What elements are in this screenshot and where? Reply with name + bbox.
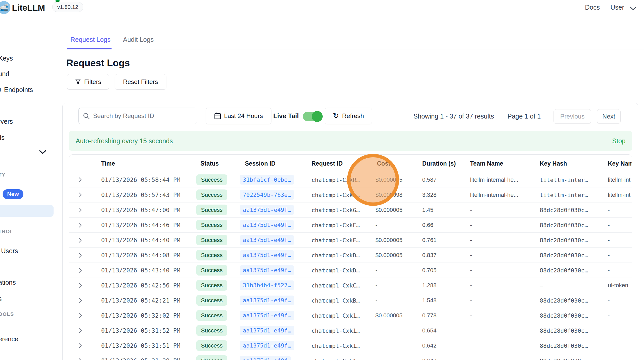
- table-row[interactable]: 01/13/2026 05:58:44 PMSuccess31bfa1cf-0e…: [69, 172, 632, 187]
- tab-audit-logs[interactable]: Audit Logs: [123, 36, 154, 49]
- chevron-down-icon[interactable]: [630, 6, 636, 10]
- search-input[interactable]: [93, 112, 193, 120]
- live-tail-toggle[interactable]: [303, 112, 322, 121]
- sidebar-item-guardrails[interactable]: ils: [0, 134, 5, 141]
- cell-session-id[interactable]: aa1375d1-e49f…: [240, 267, 294, 274]
- cell-session-id[interactable]: 31b3b4b4-f527…: [240, 282, 294, 289]
- cell-status: Success: [196, 282, 227, 289]
- expand-row-chevron-icon[interactable]: [79, 222, 82, 228]
- expand-row-chevron-icon[interactable]: [79, 298, 82, 303]
- top-bar: 🚅 LiteLLM 🌲 v1.80.12 Docs User: [0, 0, 644, 15]
- expand-row-chevron-icon[interactable]: [79, 177, 82, 183]
- table-row[interactable]: 01/13/2026 05:44:40 PMSuccessaa1375d1-e4…: [69, 233, 632, 248]
- refresh-button[interactable]: ↻ Refresh: [325, 108, 372, 124]
- cell-session-id[interactable]: aa1375d1-e49f: [240, 357, 291, 360]
- expand-row-chevron-icon[interactable]: [79, 343, 82, 349]
- col-header-team-name: Team Name: [470, 160, 503, 167]
- tab-bar: Request Logs Audit Logs: [66, 36, 644, 49]
- sidebar-item-logs-active[interactable]: [0, 205, 54, 217]
- sidebar-item-keys[interactable]: Keys: [0, 55, 13, 62]
- expand-row-chevron-icon[interactable]: [79, 313, 82, 318]
- page-title: Request Logs: [66, 58, 130, 69]
- cell-time: 01/13/2026 05:32:02 PM: [101, 312, 180, 319]
- sidebar-item-api-reference[interactable]: erence: [0, 335, 18, 343]
- cell-session-id[interactable]: aa1375d1-e49f…: [240, 222, 294, 228]
- cell-status: Success: [196, 357, 227, 360]
- table-row[interactable]: 01/13/2026 05:31:38 PMSuccessaa1375d1-e4…: [69, 353, 632, 360]
- cell-time: 01/13/2026 05:44:40 PM: [101, 237, 180, 244]
- expand-row-chevron-icon[interactable]: [79, 192, 82, 198]
- cell-session-id[interactable]: aa1375d1-e49f…: [240, 327, 294, 334]
- tab-request-logs[interactable]: Request Logs: [67, 36, 112, 49]
- cell-cost: $0.000005: [375, 312, 402, 319]
- sidebar-item-playground[interactable]: und: [0, 70, 9, 78]
- cell-key-hash: 88dc28d0f030c…: [540, 207, 588, 213]
- cell-session-id[interactable]: 31bfa1cf-0ebe…: [240, 176, 294, 183]
- nav-docs-link[interactable]: Docs: [585, 4, 600, 11]
- cell-duration: 0.587: [422, 176, 437, 183]
- cell-key-hash: 88dc28d0f030c…: [540, 312, 588, 319]
- cell-session-id[interactable]: aa1375d1-e49f…: [240, 207, 294, 213]
- expand-row-chevron-icon[interactable]: [79, 237, 82, 243]
- calendar-icon: [214, 112, 221, 120]
- table-row[interactable]: 01/13/2026 05:31:51 PMSuccessaa1375d1-e4…: [69, 338, 632, 353]
- cell-key-name: -: [608, 222, 610, 228]
- next-page-label: Next: [602, 113, 615, 120]
- cell-session-id[interactable]: aa1375d1-e49f…: [240, 237, 294, 244]
- cell-key-hash: litellm-inter…: [540, 176, 588, 183]
- sidebar-item-servers[interactable]: rvers: [0, 118, 13, 125]
- cell-key-hash: –: [540, 282, 543, 289]
- table-row[interactable]: 01/13/2026 05:47:00 PMSuccessaa1375d1-e4…: [69, 202, 632, 218]
- cell-team-name: -: [470, 252, 472, 259]
- cell-cost: $0.000005: [375, 252, 402, 259]
- sidebar-item-models-endpoints[interactable]: + Endpoints: [0, 86, 33, 94]
- table-row[interactable]: 01/13/2026 05:43:40 PMSuccessaa1375d1-e4…: [69, 263, 632, 278]
- expand-row-chevron-icon[interactable]: [79, 207, 82, 213]
- sidebar-item-users[interactable]: Users: [1, 247, 18, 255]
- filters-button[interactable]: Filters: [67, 74, 109, 90]
- sidebar-section-access-control: TROL: [0, 229, 14, 234]
- live-tail-label: Live Tail: [273, 112, 299, 120]
- table-row[interactable]: 01/13/2026 05:57:43 PMSuccess7022549b-76…: [69, 187, 632, 202]
- nav-user-menu[interactable]: User: [610, 4, 624, 11]
- sidebar-item-teams[interactable]: s: [0, 295, 2, 303]
- next-page-button[interactable]: Next: [597, 109, 621, 124]
- logs-panel: Last 24 Hours Live Tail ↻ Refresh Showin…: [62, 103, 638, 360]
- cell-time: 01/13/2026 05:57:43 PM: [101, 192, 180, 198]
- table-row[interactable]: 01/13/2026 05:44:46 PMSuccessaa1375d1-e4…: [69, 218, 632, 233]
- table-row[interactable]: 01/13/2026 05:42:56 PMSuccess31b3b4b4-f5…: [69, 278, 632, 293]
- sidebar-item-organizations[interactable]: ations: [0, 279, 16, 286]
- cell-session-id[interactable]: aa1375d1-e49f…: [240, 297, 294, 304]
- refresh-icon: ↻: [333, 112, 339, 120]
- cell-key-name: -: [608, 342, 610, 349]
- table-row[interactable]: 01/13/2026 05:31:52 PMSuccessaa1375d1-e4…: [69, 323, 632, 338]
- cell-time: 01/13/2026 05:44:46 PM: [101, 222, 180, 228]
- search-box[interactable]: [78, 108, 197, 124]
- cell-session-id[interactable]: aa1375d1-e49f…: [240, 252, 294, 259]
- cell-session-id[interactable]: aa1375d1-e49f…: [240, 312, 294, 319]
- table-row[interactable]: 01/13/2026 05:32:02 PMSuccessaa1375d1-e4…: [69, 308, 632, 323]
- table-row[interactable]: 01/13/2026 05:42:21 PMSuccessaa1375d1-e4…: [69, 293, 632, 308]
- cell-key-hash: 88dc28d0f030c…: [540, 342, 588, 349]
- cell-key-hash: 88dc28d0f030c…: [540, 327, 588, 334]
- expand-row-chevron-icon[interactable]: [79, 358, 82, 360]
- table-row[interactable]: 01/13/2026 05:44:08 PMSuccessaa1375d1-e4…: [69, 248, 632, 263]
- expand-row-chevron-icon[interactable]: [79, 252, 82, 258]
- cell-cost: $0.000005: [375, 237, 402, 244]
- cell-session-id[interactable]: 7022549b-763e…: [240, 192, 294, 198]
- cell-session-id[interactable]: aa1375d1-e49f…: [240, 342, 294, 349]
- stop-auto-refresh-link[interactable]: Stop: [612, 137, 626, 145]
- cell-duration: 3.328: [422, 192, 437, 198]
- cell-request-id: chatcmpl-CxkD…: [311, 267, 360, 273]
- expand-row-chevron-icon[interactable]: [79, 328, 82, 333]
- time-range-button[interactable]: Last 24 Hours: [206, 108, 271, 124]
- expand-row-chevron-icon[interactable]: [79, 267, 82, 273]
- sidebar-collapse-chevron-down-icon[interactable]: [39, 150, 46, 154]
- col-header-cost: Cost: [377, 160, 390, 167]
- reset-filters-button[interactable]: Reset Filters: [115, 74, 166, 90]
- cell-status: Success: [196, 192, 227, 198]
- expand-row-chevron-icon[interactable]: [79, 283, 82, 288]
- previous-page-button[interactable]: Previous: [554, 109, 591, 124]
- cell-key-hash: 88dc28d0f030c…: [540, 222, 588, 228]
- cell-key-name: ui-token: [608, 282, 628, 289]
